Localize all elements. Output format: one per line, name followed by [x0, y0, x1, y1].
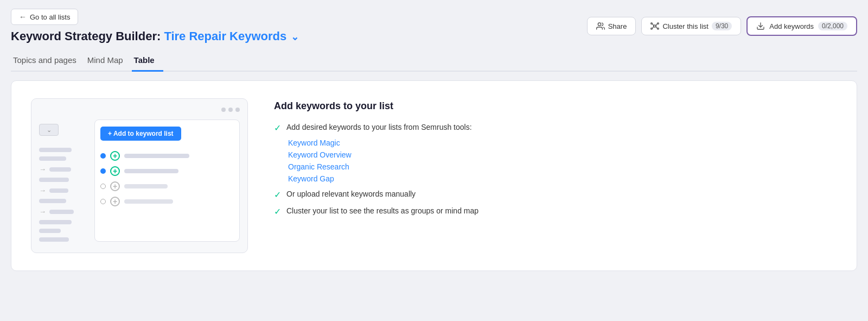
left-top: ← Go to all lists Keyword Strategy Build… — [11, 9, 299, 43]
illus-dot-3 — [235, 108, 240, 112]
illus-row-9 — [39, 229, 88, 233]
illus-dots — [39, 108, 240, 112]
tab-table[interactable]: Table — [132, 51, 163, 72]
chevron-down-icon[interactable]: ⌄ — [291, 32, 299, 42]
illus-bar-4 — [39, 178, 69, 182]
illus-line-3 — [124, 184, 168, 188]
illus-left-bars: → → → — [39, 148, 88, 242]
link-keyword-magic[interactable]: Keyword Magic — [288, 139, 837, 147]
cluster-label: Cluster this list — [662, 22, 709, 30]
illus-bar-6 — [39, 199, 66, 203]
illus-row-2 — [39, 156, 88, 161]
illus-bar-9 — [39, 229, 61, 233]
illus-circle-plus-gray-1: + — [110, 181, 120, 191]
cluster-button[interactable]: Cluster this list 9/30 — [641, 17, 741, 35]
content-title: Add keywords to your list — [274, 100, 837, 112]
illus-row-10 — [39, 237, 88, 242]
illus-bar-1 — [39, 148, 72, 152]
illus-list-item-4: + — [100, 194, 234, 209]
check-text-3: Cluster your list to see the results as … — [286, 205, 478, 217]
illus-dropdown: ⌄ — [39, 124, 59, 136]
illus-list-item-3: + — [100, 179, 234, 194]
illus-bar-5 — [49, 188, 68, 193]
share-icon — [596, 22, 605, 30]
illus-line-4 — [124, 199, 173, 204]
checkmark-icon-2: ✓ — [274, 190, 281, 200]
page-wrapper: ← Go to all lists Keyword Strategy Build… — [0, 0, 868, 321]
tabs-bar: Topics and pages Mind Map Table — [11, 51, 857, 72]
illus-dot-2 — [228, 108, 233, 112]
check-row-1: ✓ Add desired keywords to your lists fro… — [274, 122, 837, 133]
illus-arrow-2: → — [39, 186, 46, 194]
top-bar: ← Go to all lists Keyword Strategy Build… — [11, 9, 857, 43]
illus-bullet-gray-1 — [100, 184, 106, 189]
content-area: Add keywords to your list ✓ Add desired … — [274, 98, 837, 222]
illus-list-item-2: + — [100, 163, 234, 179]
svg-line-8 — [653, 27, 654, 29]
add-keywords-button[interactable]: Add keywords 0/2,000 — [746, 16, 857, 36]
illus-inner: ⌄ → — [39, 119, 240, 242]
checkmark-icon-3: ✓ — [274, 206, 281, 217]
illus-bar-8 — [39, 220, 72, 224]
go-back-button[interactable]: ← Go to all lists — [11, 9, 78, 25]
illus-bar-2 — [39, 156, 66, 161]
illus-list-item-1: + — [100, 148, 234, 163]
add-keywords-badge: 0/2,000 — [818, 22, 847, 30]
links-list: Keyword Magic Keyword Overview Organic R… — [288, 139, 837, 183]
svg-line-7 — [656, 23, 658, 26]
illus-circle-plus-green-2: + — [110, 166, 120, 176]
illustration: ⌄ → — [31, 98, 248, 253]
illus-circle-plus-green-1: + — [110, 151, 120, 161]
illus-line-1 — [124, 154, 189, 158]
illus-arrow-1: → — [39, 165, 46, 173]
illus-circle-plus-gray-2: + — [110, 197, 120, 206]
cluster-icon — [650, 22, 659, 30]
illus-bullet-gray-2 — [100, 199, 106, 204]
illus-row-4 — [39, 178, 88, 182]
illus-dot-1 — [221, 108, 226, 112]
tab-mindmap[interactable]: Mind Map — [85, 51, 132, 72]
title-prefix: Keyword Strategy Builder: — [11, 29, 161, 43]
link-keyword-overview[interactable]: Keyword Overview — [288, 150, 837, 159]
check-text-1: Add desired keywords to your lists from … — [286, 122, 472, 133]
illus-row-7: → — [39, 207, 88, 216]
illus-bar-7 — [49, 210, 74, 214]
svg-line-9 — [656, 27, 658, 29]
download-icon — [756, 22, 765, 30]
svg-line-6 — [653, 23, 654, 26]
svg-point-1 — [654, 25, 656, 27]
illus-row-8 — [39, 220, 88, 224]
illus-bullet-blue-1 — [100, 153, 106, 159]
illus-bullet-blue-2 — [100, 168, 106, 174]
illus-add-btn: + Add to keyword list — [100, 127, 181, 141]
illus-row-3: → — [39, 165, 88, 173]
illus-line-2 — [124, 169, 178, 173]
illus-left: ⌄ → — [39, 119, 88, 242]
check-row-3: ✓ Cluster your list to see the results a… — [274, 205, 837, 217]
title-link[interactable]: Tire Repair Keywords — [164, 29, 286, 43]
tab-topics[interactable]: Topics and pages — [11, 51, 85, 72]
arrow-left-icon: ← — [19, 12, 27, 21]
illus-row-5: → — [39, 186, 88, 194]
illus-bar-3 — [49, 167, 71, 172]
svg-point-0 — [598, 23, 601, 26]
illus-right: + Add to keyword list + + + — [94, 119, 240, 242]
share-label: Share — [608, 22, 627, 30]
check-row-2: ✓ Or upload relevant keywords manually — [274, 188, 837, 200]
go-back-label: Go to all lists — [30, 13, 70, 21]
right-actions: Share Cluster this list 9/30 Add keyword… — [587, 16, 857, 36]
illus-bar-10 — [39, 237, 69, 242]
illus-row-6 — [39, 199, 88, 203]
check-text-2: Or upload relevant keywords manually — [286, 188, 416, 200]
page-title: Keyword Strategy Builder: Tire Repair Ke… — [11, 29, 299, 43]
link-keyword-gap[interactable]: Keyword Gap — [288, 174, 837, 183]
link-organic-research[interactable]: Organic Research — [288, 162, 837, 171]
illus-arrow-3: → — [39, 207, 46, 216]
main-card: ⌄ → — [11, 80, 857, 271]
checkmark-icon-1: ✓ — [274, 123, 281, 133]
illus-row-1 — [39, 148, 88, 152]
cluster-badge: 9/30 — [712, 22, 732, 30]
share-button[interactable]: Share — [587, 17, 636, 35]
add-keywords-label: Add keywords — [769, 22, 814, 30]
